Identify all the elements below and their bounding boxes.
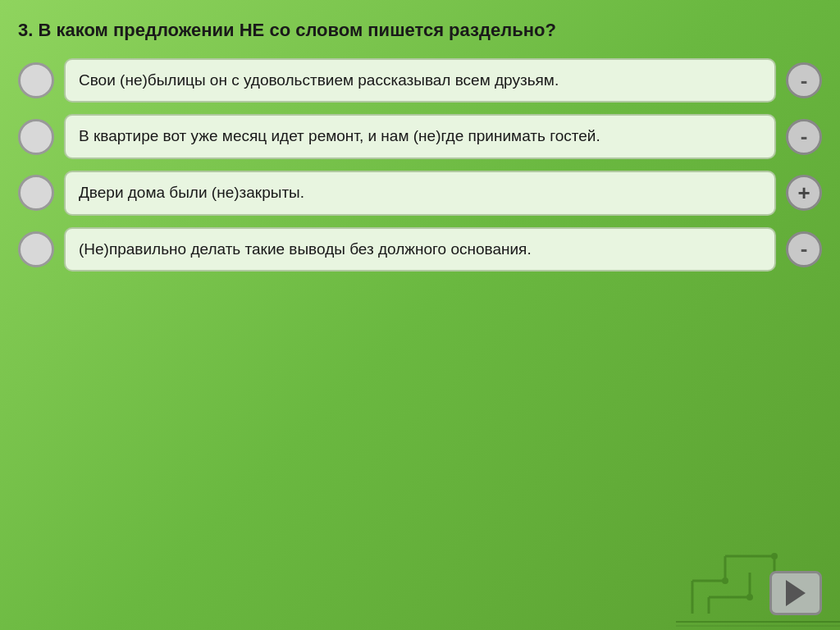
- quiz-container: 3. В каком предложении НЕ со словом пише…: [0, 0, 840, 630]
- next-arrow-icon: [786, 580, 806, 606]
- svg-point-12: [746, 594, 753, 600]
- answer-row-4: (Не)правильно делать такие выводы без до…: [18, 227, 822, 272]
- plus-btn-3[interactable]: +: [786, 175, 822, 211]
- question-body: В каком предложении НЕ со словом пишется…: [33, 20, 555, 40]
- answer-box-4[interactable]: (Не)правильно делать такие выводы без до…: [64, 227, 776, 272]
- minus-btn-4[interactable]: -: [786, 231, 822, 267]
- radio-4[interactable]: [18, 231, 54, 267]
- radio-2[interactable]: [18, 119, 54, 155]
- radio-3[interactable]: [18, 175, 54, 211]
- answer-box-1[interactable]: Свои (не)былицы он с удовольствием расск…: [64, 58, 776, 103]
- question-text: 3. В каком предложении НЕ со словом пише…: [18, 15, 822, 47]
- answer-box-3[interactable]: Двери дома были (не)закрыты.: [64, 171, 776, 216]
- next-button[interactable]: [769, 571, 822, 615]
- answer-box-2[interactable]: В квартире вот уже месяц идет ремонт, и …: [64, 114, 776, 159]
- answer-row-3: Двери дома были (не)закрыты. +: [18, 171, 822, 216]
- next-btn-container: [769, 571, 822, 615]
- answer-row-1: Свои (не)былицы он с удовольствием расск…: [18, 58, 822, 103]
- radio-1[interactable]: [18, 62, 54, 98]
- minus-btn-2[interactable]: -: [786, 119, 822, 155]
- minus-btn-1[interactable]: -: [786, 62, 822, 98]
- svg-point-10: [722, 578, 728, 584]
- question-number: 3.: [18, 20, 33, 40]
- svg-point-11: [771, 553, 778, 559]
- answer-row-2: В квартире вот уже месяц идет ремонт, и …: [18, 114, 822, 159]
